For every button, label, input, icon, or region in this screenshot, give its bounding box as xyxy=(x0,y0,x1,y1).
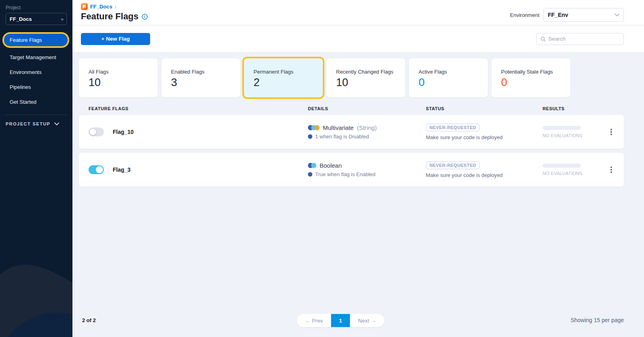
project-selector[interactable]: FF_Docs » xyxy=(6,13,67,25)
environment-select[interactable]: FF_Env xyxy=(543,8,624,22)
sidebar-item-environments[interactable]: Environments xyxy=(4,66,68,78)
sidebar-item-pipelines[interactable]: Pipelines xyxy=(4,81,68,93)
project-setup-section[interactable]: PROJECT SETUP xyxy=(0,115,72,126)
page-header: FF_Docs › Feature Flags Environment FF_E… xyxy=(72,0,644,25)
project-label: Project xyxy=(0,5,72,10)
flag-name[interactable]: Flag_3 xyxy=(113,166,130,173)
column-details: DETAILS xyxy=(308,106,426,111)
sidebar-item-target-management[interactable]: Target Management xyxy=(4,51,68,64)
variation-dot-icon xyxy=(308,172,312,177)
evaluations-label: NO EVALUATIONS xyxy=(543,133,607,138)
project-name: FF_Docs xyxy=(10,16,32,22)
flag-name[interactable]: Flag_10 xyxy=(113,129,134,135)
sidebar-item-feature-flags[interactable]: Feature Flags xyxy=(4,34,68,46)
status-text: Make sure your code is deployed xyxy=(426,134,503,140)
stat-card-enabled-flags[interactable]: Enabled Flags 3 xyxy=(161,58,240,97)
multivariate-icon xyxy=(308,125,320,130)
item-count: 2 of 2 xyxy=(82,317,96,323)
status-text: Make sure your code is deployed xyxy=(426,172,503,178)
list-footer: 2 of 2 ← Prev 1 Next → Showing 15 per pa… xyxy=(79,309,624,337)
status-badge: NEVER-REQUESTED xyxy=(426,161,480,169)
boolean-icon xyxy=(308,163,316,168)
main-area: FF_Docs › Feature Flags Environment FF_E… xyxy=(72,0,644,337)
column-feature-flags: FEATURE FLAGS xyxy=(89,106,308,111)
breadcrumb: FF_Docs › xyxy=(81,3,148,10)
info-icon[interactable] xyxy=(142,14,148,20)
stat-card-active-flags[interactable]: Active Flags 0 xyxy=(409,58,488,97)
flag-type: Multivariate xyxy=(323,124,354,131)
expand-icon[interactable]: » xyxy=(61,16,63,22)
sidebar-nav: Feature Flags Target Management Environm… xyxy=(0,34,72,108)
stats-row: All Flags 10 Enabled Flags 3 Permanent F… xyxy=(79,58,624,97)
table-row[interactable]: Flag_10 Multivariate (String) 1 when fla… xyxy=(79,115,624,149)
page-title: Feature Flags xyxy=(81,11,138,22)
row-menu-icon[interactable] xyxy=(609,127,614,137)
search-box[interactable] xyxy=(536,33,624,45)
search-icon xyxy=(541,36,546,42)
environment-label: Environment xyxy=(510,12,539,18)
breadcrumb-project-link[interactable]: FF_Docs xyxy=(90,4,112,10)
chevron-down-icon xyxy=(54,122,59,125)
project-setup-label: PROJECT SETUP xyxy=(6,121,50,126)
sidebar: Project FF_Docs » Feature Flags Target M… xyxy=(0,0,72,337)
next-page-button[interactable]: Next → xyxy=(350,318,384,324)
row-menu-icon[interactable] xyxy=(609,165,614,175)
page-size-text: Showing 15 per page xyxy=(571,317,624,323)
breadcrumb-separator: › xyxy=(115,4,116,10)
sidebar-item-get-started[interactable]: Get Started xyxy=(4,96,68,108)
prev-page-button[interactable]: ← Prev xyxy=(297,318,331,324)
variation-dot-icon xyxy=(308,134,312,139)
flag-toggle[interactable] xyxy=(89,165,104,174)
table-header: FEATURE FLAGS DETAILS STATUS RESULTS xyxy=(79,104,624,115)
evaluations-label: NO EVALUATIONS xyxy=(543,171,607,176)
stat-card-recently-changed-flags[interactable]: Recently Changed Flags 10 xyxy=(326,58,405,97)
search-input[interactable] xyxy=(549,36,619,42)
harness-ff-logo-icon xyxy=(81,3,88,10)
flag-toggle[interactable] xyxy=(89,127,104,136)
evaluations-bar xyxy=(543,126,581,130)
toolbar: + New Flag xyxy=(72,25,644,53)
stat-card-potentially-stale-flags[interactable]: Potentially Stale Flags 0 xyxy=(491,58,570,97)
table-row[interactable]: Flag_3 Boolean True when flag is Enabled… xyxy=(79,153,624,187)
stat-card-all-flags[interactable]: All Flags 10 xyxy=(79,58,158,97)
variation-text: True when flag is Enabled xyxy=(315,171,376,177)
content: All Flags 10 Enabled Flags 3 Permanent F… xyxy=(72,53,644,337)
sidebar-decoration xyxy=(0,245,72,337)
evaluations-bar xyxy=(543,164,581,168)
current-page-button[interactable]: 1 xyxy=(331,314,350,327)
pagination: ← Prev 1 Next → xyxy=(297,314,384,327)
flag-type: Boolean xyxy=(320,162,342,169)
stat-card-permanent-flags[interactable]: Permanent Flags 2 xyxy=(244,58,323,97)
status-badge: NEVER-REQUESTED xyxy=(426,123,480,132)
flag-type-suffix: (String) xyxy=(357,124,377,131)
environment-value: FF_Env xyxy=(548,12,568,18)
column-results: RESULTS xyxy=(543,106,607,111)
new-flag-button[interactable]: + New Flag xyxy=(81,33,150,45)
column-status: STATUS xyxy=(426,106,543,111)
variation-text: 1 when flag is Disabled xyxy=(315,134,369,140)
chevron-down-icon xyxy=(615,13,619,16)
